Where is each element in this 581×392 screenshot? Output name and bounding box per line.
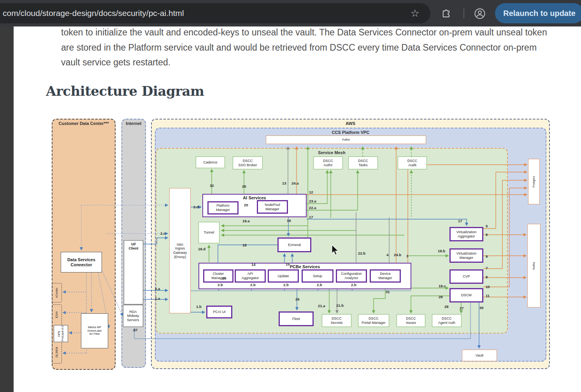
mouse-cursor bbox=[46, 115, 550, 373]
toolbar-divider bbox=[463, 9, 464, 18]
browser-chrome: com/cloud/storage-design/docs/security/p… bbox=[0, 0, 581, 26]
url-text[interactable]: com/cloud/storage-design/docs/security/p… bbox=[0, 9, 184, 18]
architecture-diagram: Customer Data Center***InternetAWSCCS Pl… bbox=[46, 115, 550, 373]
profile-icon[interactable] bbox=[474, 8, 486, 19]
relaunch-to-update-button[interactable]: Relaunch to update bbox=[495, 3, 581, 23]
body-paragraph: token to initialize the vault and encode… bbox=[61, 25, 557, 70]
bookmark-star-icon[interactable]: ☆ bbox=[411, 7, 420, 19]
window-left-edge bbox=[0, 26, 14, 392]
page-title: Architecture Diagram bbox=[46, 83, 204, 99]
screenshot-stage: com/cloud/storage-design/docs/security/p… bbox=[0, 0, 581, 392]
address-bar[interactable]: com/cloud/storage-design/docs/security/p… bbox=[0, 3, 430, 23]
extensions-icon[interactable] bbox=[441, 8, 452, 19]
